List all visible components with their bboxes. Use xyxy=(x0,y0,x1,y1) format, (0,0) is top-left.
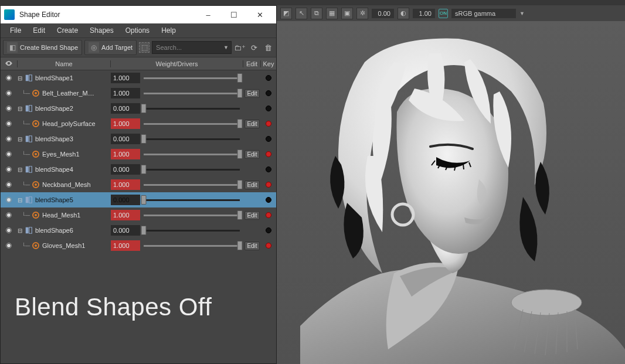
expand-icon[interactable]: ⊟ xyxy=(17,227,23,234)
exposure-value[interactable]: 0.00 xyxy=(372,9,394,18)
edit-button[interactable]: Edit xyxy=(244,181,259,189)
weight-slider[interactable] xyxy=(144,103,243,114)
refresh-icon[interactable]: ⟳ xyxy=(248,42,260,53)
exposure-icon[interactable]: ✲ xyxy=(356,8,368,19)
weight-field[interactable]: 1.000 xyxy=(111,210,140,220)
key-indicator[interactable] xyxy=(266,151,271,157)
header-key[interactable]: Key xyxy=(261,60,276,67)
edit-button[interactable]: Edit xyxy=(244,150,259,159)
menu-create[interactable]: Create xyxy=(51,24,84,37)
key-indicator[interactable] xyxy=(266,182,271,188)
weight-slider[interactable] xyxy=(144,149,243,159)
close-button[interactable]: ✕ xyxy=(247,6,273,23)
item-name[interactable]: Head_polySurface xyxy=(42,120,96,127)
header-visibility[interactable] xyxy=(1,59,17,69)
visibility-toggle[interactable] xyxy=(6,121,12,127)
create-blendshape-button[interactable]: ◧ Create Blend Shape xyxy=(3,40,82,55)
gamma-icon[interactable]: ◐ xyxy=(398,8,409,19)
weight-field[interactable]: 0.000 xyxy=(111,103,140,114)
item-name[interactable]: blendShape4 xyxy=(35,166,73,173)
target-row[interactable]: └─Neckband_Mesh1.000Edit xyxy=(1,177,276,192)
visibility-toggle[interactable] xyxy=(6,227,12,233)
item-name[interactable]: Neckband_Mesh xyxy=(42,181,91,188)
edit-button[interactable]: Edit xyxy=(244,89,259,98)
tool-icon-2[interactable]: ⧉ xyxy=(311,8,322,19)
expand-icon[interactable]: ⊟ xyxy=(17,197,23,203)
colorspace-dropdown[interactable]: sRGB gamma xyxy=(451,9,516,18)
weight-field[interactable]: 1.000 xyxy=(111,73,140,83)
blendshape-row[interactable]: ⊟blendShape30.000 xyxy=(1,131,276,147)
weight-slider[interactable] xyxy=(144,210,243,220)
item-name[interactable]: blendShape1 xyxy=(35,74,73,81)
weight-field[interactable]: 1.000 xyxy=(111,240,140,251)
gamma-value[interactable]: 1.00 xyxy=(413,9,435,18)
visibility-toggle[interactable] xyxy=(6,212,12,218)
expand-icon[interactable]: ⊟ xyxy=(17,106,23,112)
add-target-button[interactable]: ◎ Add Target xyxy=(84,40,137,55)
chevron-down-icon[interactable]: ▼ xyxy=(519,11,525,16)
edit-button[interactable]: Edit xyxy=(244,211,259,220)
menu-file[interactable]: File xyxy=(4,24,27,37)
weight-slider[interactable] xyxy=(144,134,243,144)
search-input[interactable]: Search... ▼ xyxy=(152,41,232,54)
key-indicator[interactable] xyxy=(266,90,271,96)
visibility-toggle[interactable] xyxy=(6,136,12,142)
blendshape-row[interactable]: ⊟blendShape40.000 xyxy=(1,162,276,177)
visibility-toggle[interactable] xyxy=(6,166,12,172)
new-group-icon[interactable]: 🗀⁺ xyxy=(234,42,246,53)
item-name[interactable]: blendShape3 xyxy=(35,135,73,142)
edit-button[interactable]: Edit xyxy=(244,120,259,128)
weight-field[interactable]: 1.000 xyxy=(111,118,140,129)
minimize-button[interactable]: – xyxy=(195,6,221,23)
key-indicator[interactable] xyxy=(266,136,271,142)
tool-icon-4[interactable]: ▣ xyxy=(341,8,353,19)
visibility-toggle[interactable] xyxy=(6,106,12,111)
visibility-toggle[interactable] xyxy=(6,243,12,249)
weight-slider[interactable] xyxy=(144,164,243,175)
key-indicator[interactable] xyxy=(266,227,271,233)
menu-options[interactable]: Options xyxy=(120,24,155,37)
visibility-toggle[interactable] xyxy=(6,182,12,188)
expand-icon[interactable]: ⊟ xyxy=(17,166,23,173)
key-indicator[interactable] xyxy=(266,212,271,218)
weight-slider[interactable] xyxy=(144,118,243,129)
target-row[interactable]: └─Belt_Leather_Mesh1.000Edit xyxy=(1,86,276,101)
weight-field[interactable]: 1.000 xyxy=(111,88,140,98)
blendshape-row[interactable]: ⊟blendShape20.000 xyxy=(1,101,276,116)
weight-field[interactable]: 1.000 xyxy=(111,149,140,159)
weight-slider[interactable] xyxy=(144,179,243,190)
weight-slider[interactable] xyxy=(144,195,243,205)
menu-edit[interactable]: Edit xyxy=(27,24,51,37)
item-name[interactable]: Belt_Leather_Mesh xyxy=(42,90,96,97)
color-mgmt-toggle-icon[interactable]: ON xyxy=(439,9,448,18)
weight-slider[interactable] xyxy=(144,88,243,98)
blendshape-row[interactable]: ⊟blendShape60.000 xyxy=(1,223,276,238)
weight-slider[interactable] xyxy=(144,240,243,251)
key-indicator[interactable] xyxy=(266,106,271,111)
visibility-toggle[interactable] xyxy=(6,151,12,157)
key-indicator[interactable] xyxy=(266,197,271,203)
item-name[interactable]: blendShape6 xyxy=(35,227,73,234)
viewport-3d[interactable] xyxy=(277,21,625,364)
expand-icon[interactable]: ⊟ xyxy=(17,75,23,81)
header-weight[interactable]: Weight/Drivers xyxy=(111,60,243,67)
chevron-down-icon[interactable]: ▼ xyxy=(223,45,229,50)
target-row[interactable]: └─Head_polySurface1.000Edit xyxy=(1,116,276,131)
weight-field[interactable]: 0.000 xyxy=(111,225,140,236)
edit-button[interactable]: Edit xyxy=(244,241,259,250)
menu-shapes[interactable]: Shapes xyxy=(84,24,120,37)
isolate-icon[interactable]: ◩ xyxy=(280,8,292,19)
titlebar[interactable]: Shape Editor – ☐ ✕ xyxy=(1,6,276,23)
weight-slider[interactable] xyxy=(144,73,243,83)
header-name[interactable]: Name xyxy=(17,60,111,67)
weight-slider[interactable] xyxy=(144,225,243,236)
header-edit[interactable]: Edit xyxy=(243,60,261,67)
menu-help[interactable]: Help xyxy=(155,24,182,37)
item-name[interactable]: Head_Mesh1 xyxy=(42,212,80,219)
key-indicator[interactable] xyxy=(266,243,271,249)
selection-icon[interactable]: ⬚ xyxy=(139,42,150,53)
item-name[interactable]: Eyes_Mesh1 xyxy=(42,151,80,158)
item-name[interactable]: blendShape5 xyxy=(35,196,73,203)
target-row[interactable]: └─Gloves_Mesh11.000Edit xyxy=(1,238,276,253)
trash-icon[interactable]: 🗑 xyxy=(262,42,274,53)
